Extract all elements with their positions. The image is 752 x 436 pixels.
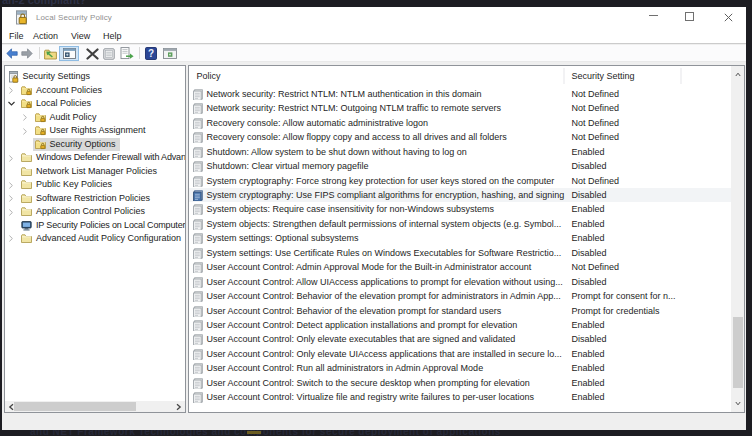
svg-text:?: ? <box>148 48 154 59</box>
